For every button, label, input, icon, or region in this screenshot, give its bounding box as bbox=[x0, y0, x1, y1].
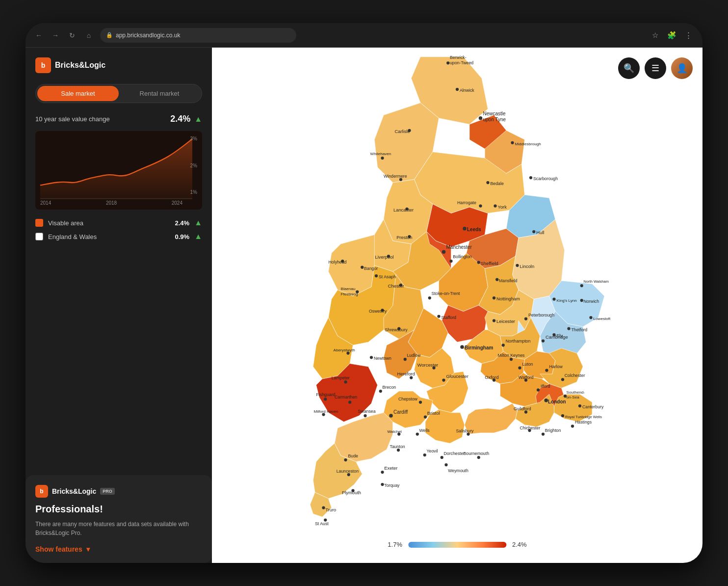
bollington-dot bbox=[449, 260, 452, 263]
weymouth-label: Weymouth bbox=[448, 468, 468, 473]
x-label-2018: 2018 bbox=[106, 200, 117, 206]
back-button[interactable]: ← bbox=[33, 30, 44, 41]
aberystwyth-label: Aberystwyth bbox=[334, 348, 355, 352]
chart-svg bbox=[40, 136, 192, 200]
thetford-label: Thetford bbox=[572, 327, 588, 332]
ely-label: Ely bbox=[557, 333, 563, 338]
legend-value-1: 0.9% bbox=[175, 233, 190, 240]
browser-chrome: ← → ↻ ⌂ 🔒 app.bricksandlogic.co.uk ☆ 🧩 ⋮ bbox=[26, 23, 702, 48]
brighton-label: Brighton bbox=[545, 428, 561, 433]
sale-market-button[interactable]: Sale market bbox=[37, 86, 119, 101]
lincoln-dot bbox=[516, 264, 519, 267]
logo-area: b Bricks&Logic bbox=[35, 57, 202, 73]
middlesbrough-label: Middlesbrough bbox=[515, 142, 541, 146]
guildford-label: Guildford bbox=[514, 406, 531, 411]
show-features-button[interactable]: Show features ▾ bbox=[35, 545, 90, 553]
liverpool-label: Liverpool bbox=[375, 255, 394, 260]
chart-y-labels: 3% 2% 1% bbox=[190, 136, 197, 195]
home-button[interactable]: ⌂ bbox=[83, 30, 94, 41]
nottingham-dot bbox=[493, 296, 495, 299]
bournemouth-label: Bournemouth bbox=[464, 451, 490, 456]
legend-item-1: England & Wales 0.9% ▲ bbox=[35, 232, 202, 241]
stat-value: 2.4% bbox=[170, 114, 190, 124]
device-frame: ← → ↻ ⌂ 🔒 app.bricksandlogic.co.uk ☆ 🧩 ⋮… bbox=[26, 23, 702, 563]
bedale-dot bbox=[486, 181, 489, 184]
launceston-label: Launceston bbox=[337, 469, 359, 474]
hereford-dot bbox=[410, 376, 413, 379]
whitehaven-dot bbox=[381, 157, 384, 160]
leicester-label: Leicester bbox=[496, 319, 515, 324]
lincoln-label: Lincoln bbox=[520, 264, 535, 269]
truro-label: Truro bbox=[325, 507, 336, 512]
newtown-dot bbox=[370, 356, 373, 359]
carmarthen-label: Carmarthen bbox=[335, 395, 357, 400]
bangor-dot bbox=[361, 266, 364, 268]
y-label-3: 3% bbox=[190, 136, 197, 141]
colchester-dot bbox=[561, 378, 564, 381]
refresh-button[interactable]: ↻ bbox=[67, 30, 78, 41]
rental-market-button[interactable]: Rental market bbox=[119, 86, 200, 101]
watford-label: Watford bbox=[519, 375, 533, 380]
canterbury-label: Canterbury bbox=[582, 404, 604, 409]
london-label: London bbox=[548, 399, 566, 404]
leicester-dot bbox=[493, 319, 495, 322]
chart-area bbox=[40, 139, 192, 200]
tunbridgewells-dot bbox=[561, 414, 564, 417]
leeds-dot bbox=[463, 227, 467, 231]
map-header: 🔍 ☰ 👤 bbox=[618, 57, 693, 79]
legend-name-0: Visable area bbox=[48, 219, 170, 227]
logo-icon: b bbox=[35, 57, 51, 73]
y-label-2: 2% bbox=[190, 163, 197, 168]
secure-icon: 🔒 bbox=[106, 32, 113, 38]
more-icon[interactable]: ⋮ bbox=[682, 29, 695, 42]
yeovil-label: Yeovil bbox=[427, 449, 438, 453]
torquay-dot bbox=[381, 483, 384, 486]
holyhead-label: Holyhead bbox=[329, 260, 347, 265]
extensions-icon[interactable]: 🧩 bbox=[665, 29, 678, 42]
brecon-dot bbox=[379, 390, 382, 393]
hull-label: Hull bbox=[536, 230, 544, 235]
scarborough-dot bbox=[529, 176, 532, 179]
tunbridgewells-label: Royal Tunbridge Wells bbox=[565, 415, 602, 419]
northampton-label: Northampton bbox=[506, 339, 531, 344]
hereford-label: Hereford bbox=[397, 372, 415, 376]
map-search-button[interactable]: 🔍 bbox=[618, 57, 640, 79]
miltonkeynes-dot bbox=[510, 358, 513, 361]
lampeter-dot bbox=[344, 380, 347, 383]
stafford-label: Stafford bbox=[442, 315, 457, 320]
birmingham-label: Birmingham bbox=[465, 345, 493, 350]
newcastle-dot bbox=[479, 116, 483, 120]
address-bar[interactable]: 🔒 app.bricksandlogic.co.uk bbox=[100, 28, 296, 43]
pro-title: Professionals! bbox=[35, 504, 202, 515]
legend-item-0: Visable area 2.4% ▲ bbox=[35, 218, 202, 227]
bookmark-icon[interactable]: ☆ bbox=[649, 29, 661, 42]
carmarthen-dot bbox=[348, 400, 351, 403]
scale-low-label: 1.7% bbox=[388, 541, 402, 548]
peterborough-label: Peterborough bbox=[528, 313, 554, 318]
pro-section: b Bricks&Logic PRO Professionals! There … bbox=[26, 475, 212, 563]
blaenau-label2: Ffestiniog bbox=[341, 292, 358, 296]
berwick-label2: upon-Tweed bbox=[450, 60, 473, 65]
app-container: b Bricks&Logic Sale market Rental market… bbox=[26, 48, 702, 563]
chart-x-labels: 2014 2018 2024 bbox=[40, 200, 182, 206]
newcastle-label: Newcastle bbox=[483, 111, 506, 116]
ludlow-label: Ludlow bbox=[407, 353, 421, 358]
map-menu-button[interactable]: ☰ bbox=[645, 57, 666, 79]
taunton-label: Taunton bbox=[390, 444, 405, 449]
cambridge-dot bbox=[542, 339, 545, 342]
oxford-label: Oxford bbox=[485, 375, 498, 380]
stat-label: 10 year sale value change bbox=[35, 115, 110, 123]
middlesbrough-dot bbox=[511, 141, 514, 144]
salisbury-label: Salisbury bbox=[456, 428, 474, 433]
bangor-label: Bangor bbox=[364, 266, 378, 271]
preston-label: Preston bbox=[396, 235, 412, 240]
manchester-label: Manchester bbox=[446, 244, 472, 250]
scarborough-label: Scarborough bbox=[533, 176, 558, 181]
chevron-down-icon: ▾ bbox=[86, 545, 90, 553]
forward-button[interactable]: → bbox=[50, 30, 61, 41]
bedale-label: Bedale bbox=[491, 181, 504, 186]
worcester-label: Worcester bbox=[417, 363, 438, 368]
legend-color-0 bbox=[35, 219, 43, 227]
logo-text: Bricks&Logic bbox=[55, 61, 105, 70]
user-avatar[interactable]: 👤 bbox=[671, 57, 693, 79]
